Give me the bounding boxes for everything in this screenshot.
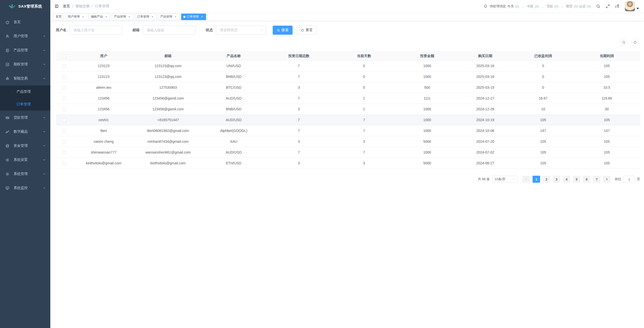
close-icon[interactable]: × [81, 15, 85, 19]
pagination: 共 66 条 10条/页 1234567 前往 页 [56, 176, 640, 183]
close-icon[interactable]: × [200, 15, 204, 19]
sidebar: SAX管理系统 首页用户管理产品管理期权管理智能交易产品管理订单管理贷款管理数字… [0, 0, 50, 328]
sidebar-item-smart-trading[interactable]: 智能交易 [0, 71, 50, 85]
sidebar-item-label: 智能交易 [14, 76, 43, 81]
table-row[interactable]: naomi chengminhan87434@gmail.comXAU33500… [56, 136, 640, 147]
search-button-label: 搜索 [281, 28, 289, 32]
table-row[interactable]: 123456123456@gamil.comBNB/USD3110002024-… [56, 104, 640, 115]
table-row[interactable]: 123123123123@qq.comBNB/USD7010002025-03-… [56, 71, 640, 82]
cell: 7 [331, 125, 397, 136]
sidebar-item-home[interactable]: 首页 [0, 15, 50, 29]
table-row[interactable]: aileen.teo127535903BTC/USD305002025-03-1… [56, 82, 640, 93]
tab-0[interactable]: 首页 [53, 14, 64, 20]
close-icon[interactable]: × [151, 15, 154, 19]
sidebar-item-user-mgmt[interactable]: 用户管理 [0, 29, 50, 43]
page-button-2[interactable]: 2 [543, 176, 550, 183]
page-size-select[interactable]: 10条/页 [492, 176, 517, 183]
page-button-7[interactable]: 7 [593, 176, 600, 183]
page-button-3[interactable]: 3 [553, 176, 560, 183]
table-row[interactable]: 123456123456@gamil.comAUD/USD7111112024-… [56, 93, 640, 104]
page-button-6[interactable]: 6 [583, 176, 590, 183]
tab-6-active[interactable]: 订单管理× [181, 14, 206, 20]
sidebar-item-funds-mgmt[interactable]: 资金管理 [0, 139, 50, 153]
sidebar-collapse-button[interactable] [50, 0, 63, 13]
close-icon[interactable]: × [174, 15, 177, 19]
table-tools [56, 38, 640, 46]
row-checkbox[interactable] [62, 108, 66, 111]
sidebar-item-digital-collectibles[interactable]: 数字藏品 [0, 125, 50, 139]
row-checkbox[interactable] [62, 64, 66, 68]
row-checkbox[interactable] [62, 140, 66, 144]
tab-2[interactable]: 编辑产品× [89, 14, 110, 20]
breadcrumb-item-0[interactable]: 首页 [63, 4, 70, 9]
page-button-1[interactable]: 1 [533, 176, 540, 183]
chevron-down-icon [260, 29, 263, 32]
sidebar-item-options-mgmt[interactable]: 期权管理 [0, 57, 50, 71]
header-search-button[interactable] [596, 4, 600, 9]
funds-icon [5, 144, 10, 148]
row-checkbox[interactable] [62, 97, 66, 100]
close-icon[interactable]: × [104, 15, 108, 19]
sidebar-item-system-mgmt[interactable]: 系统管理 [0, 167, 50, 181]
goto-page-input[interactable] [623, 176, 635, 183]
prev-page-button[interactable] [522, 176, 530, 183]
row-checkbox-cell [56, 125, 72, 136]
row-checkbox[interactable] [62, 162, 66, 165]
cell: 2025-03-15 [458, 82, 513, 93]
goto-suffix: 页 [637, 177, 640, 181]
page-button-4[interactable]: 4 [563, 176, 570, 183]
close-icon[interactable]: × [128, 15, 131, 19]
bell-icon[interactable] [484, 4, 488, 8]
sidebar-item-label: 期权管理 [14, 62, 43, 67]
table-row[interactable]: 123123123123@qq.comUNI/USD7010002025-03-… [56, 61, 640, 71]
search-button[interactable]: 搜索 [273, 26, 293, 35]
row-checkbox[interactable] [62, 129, 66, 133]
tab-4[interactable]: 订单管理× [135, 14, 156, 20]
cell: 1 [331, 93, 397, 104]
email-input[interactable] [143, 26, 195, 35]
tab-1[interactable]: 用户管理× [65, 14, 87, 20]
cell: 123456@gamil.com [135, 104, 201, 115]
table-refresh-button[interactable] [631, 38, 639, 46]
status-select[interactable]: 请选择状态 [216, 26, 266, 35]
row-checkbox-cell [56, 147, 72, 158]
table-row[interactable]: ceshi1+8165751447AUD/USD7710002024-10-19… [56, 115, 640, 125]
row-checkbox[interactable] [62, 86, 66, 89]
cell: 2024-12-27 [458, 93, 513, 104]
tab-3[interactable]: 产品管理× [112, 14, 133, 20]
next-page-button[interactable] [603, 176, 611, 183]
orders-table: 用户邮箱产品名称投资日期总数当前天数投资金额购买日期已收益利润当期利润 1231… [56, 51, 640, 169]
cell: 2024-10-06 [458, 125, 513, 136]
row-checkbox[interactable] [62, 151, 66, 154]
select-all-checkbox[interactable] [62, 55, 66, 58]
user-menu[interactable] [625, 1, 639, 11]
table-row[interactable]: shenwansan777wansanshen661@gmail.comAUD/… [56, 147, 640, 158]
table-row[interactable]: keithvitolo@gmail.comkeithvitolo@gmail.c… [56, 158, 640, 169]
sidebar-item-label: 系统管理 [14, 172, 43, 176]
sidebar-item-product-mgmt[interactable]: 产品管理 [0, 43, 50, 57]
sidebar-item-label: 用户管理 [14, 34, 43, 38]
sidebar-item-loan-mgmt[interactable]: 贷款管理 [0, 111, 50, 125]
row-checkbox[interactable] [62, 75, 66, 79]
fullscreen-button[interactable] [606, 4, 610, 9]
notif-separator: ， [559, 4, 565, 9]
row-checkbox[interactable] [62, 118, 66, 122]
font-size-button[interactable]: TT [615, 4, 619, 9]
username-input[interactable] [69, 26, 122, 35]
sidebar-subitem-smart-product-mgmt[interactable]: 产品管理 [0, 85, 50, 98]
sidebar-item-system-monitor[interactable]: 系统监控 [0, 181, 50, 195]
page-button-5[interactable]: 5 [573, 176, 580, 183]
column-header-4: 当前天数 [331, 52, 397, 61]
reset-button[interactable]: 重置 [297, 26, 317, 35]
notif-count-1: (0) [535, 5, 539, 8]
tab-5[interactable]: 产品管理× [158, 14, 180, 20]
app-logo[interactable]: SAX管理系统 [0, 0, 50, 13]
avatar[interactable] [625, 1, 635, 11]
cell: 7 [266, 147, 331, 158]
table-row[interactable]: BertBert06061982@gmail.comAlphbet(GOOGL)… [56, 125, 640, 136]
dashboard-icon [5, 20, 10, 24]
sidebar-subitem-smart-order-mgmt[interactable]: 订单管理 [0, 98, 50, 111]
sidebar-item-system-settings[interactable]: 系统设置 [0, 153, 50, 167]
row-checkbox-cell [56, 115, 72, 125]
table-search-toggle-button[interactable] [620, 38, 628, 46]
